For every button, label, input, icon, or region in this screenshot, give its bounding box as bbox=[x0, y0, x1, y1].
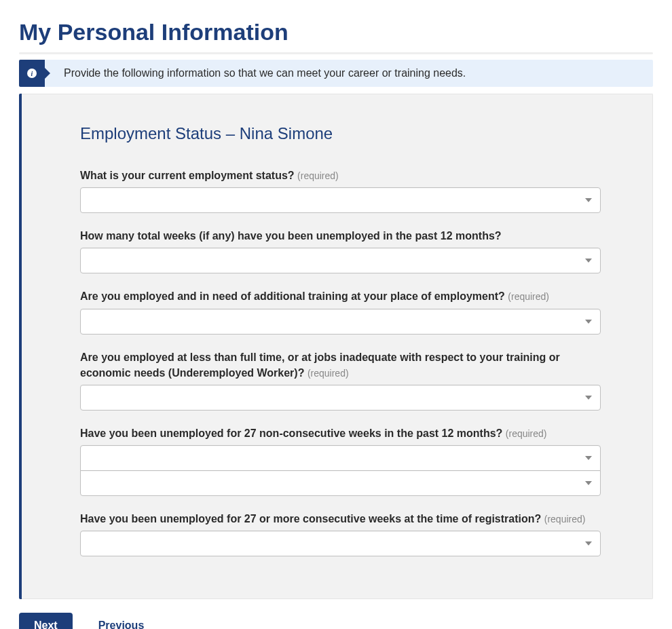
info-message: Provide the following information so tha… bbox=[45, 60, 653, 87]
label-text: How many total weeks (if any) have you b… bbox=[80, 230, 502, 242]
form-panel: Employment Status – Nina Simone What is … bbox=[22, 94, 653, 599]
required-marker: (required) bbox=[544, 514, 586, 525]
next-button[interactable]: Next bbox=[19, 613, 73, 629]
field-employment-status: What is your current employment status? … bbox=[80, 168, 601, 213]
field-label: Are you employed and in need of addition… bbox=[80, 288, 601, 304]
button-row: Next Previous bbox=[19, 613, 653, 629]
chevron-down-icon bbox=[585, 198, 592, 202]
label-text: Have you been unemployed for 27 or more … bbox=[80, 513, 541, 525]
field-label: What is your current employment status? … bbox=[80, 168, 601, 183]
27-nonconsecutive-select-2[interactable] bbox=[80, 470, 601, 496]
employment-status-select[interactable] bbox=[80, 187, 601, 213]
label-text: Have you been unemployed for 27 non-cons… bbox=[80, 427, 502, 439]
previous-button[interactable]: Previous bbox=[83, 613, 160, 629]
field-label: Have you been unemployed for 27 or more … bbox=[80, 511, 601, 527]
field-need-training: Are you employed and in need of addition… bbox=[80, 288, 601, 334]
page-title: My Personal Information bbox=[19, 19, 653, 45]
info-banner: i Provide the following information so t… bbox=[19, 60, 653, 87]
divider bbox=[19, 52, 653, 54]
field-weeks-unemployed: How many total weeks (if any) have you b… bbox=[80, 228, 601, 273]
required-marker: (required) bbox=[307, 368, 349, 379]
field-label: Are you employed at less than full time,… bbox=[80, 349, 601, 381]
label-text: What is your current employment status? bbox=[80, 170, 295, 181]
info-icon: i bbox=[19, 60, 45, 87]
chevron-down-icon bbox=[585, 481, 592, 485]
need-training-select[interactable] bbox=[80, 309, 601, 335]
chevron-down-icon bbox=[585, 259, 592, 263]
chevron-down-icon bbox=[585, 541, 592, 546]
chevron-down-icon bbox=[585, 396, 592, 400]
required-marker: (required) bbox=[506, 428, 547, 439]
chevron-down-icon bbox=[585, 456, 592, 460]
27-nonconsecutive-select-1[interactable] bbox=[80, 445, 601, 471]
field-underemployed: Are you employed at less than full time,… bbox=[80, 349, 601, 411]
label-text: Are you employed and in need of addition… bbox=[80, 290, 505, 302]
field-27-nonconsecutive: Have you been unemployed for 27 non-cons… bbox=[80, 425, 601, 496]
field-label: Have you been unemployed for 27 non-cons… bbox=[80, 425, 601, 441]
field-label: How many total weeks (if any) have you b… bbox=[80, 228, 601, 244]
section-title: Employment Status – Nina Simone bbox=[80, 124, 601, 143]
required-marker: (required) bbox=[297, 170, 339, 181]
required-marker: (required) bbox=[508, 291, 549, 302]
field-27-consecutive: Have you been unemployed for 27 or more … bbox=[80, 511, 601, 556]
27-consecutive-select[interactable] bbox=[80, 531, 601, 556]
weeks-unemployed-select[interactable] bbox=[80, 248, 601, 273]
underemployed-select[interactable] bbox=[80, 385, 601, 411]
chevron-down-icon bbox=[585, 320, 592, 324]
